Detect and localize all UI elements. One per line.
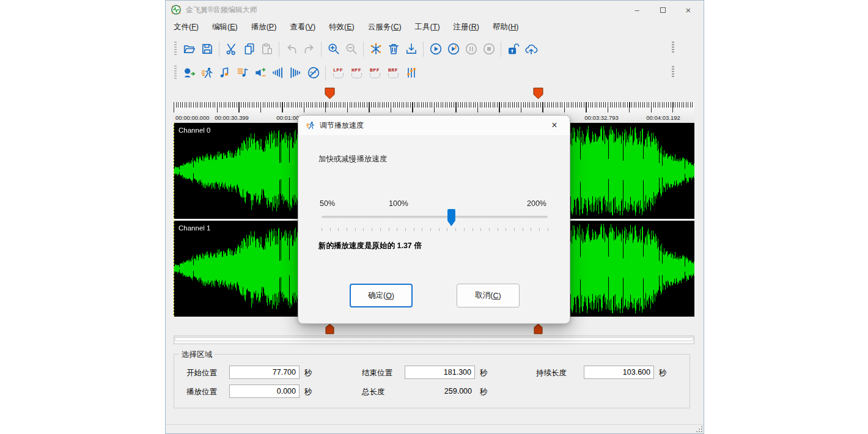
horizontal-scrollbar[interactable] [174, 336, 694, 344]
toolbar-separator [363, 42, 364, 57]
bpf-icon[interactable]: BPF [366, 64, 384, 82]
playback-position-line [174, 123, 174, 317]
zoom-in-icon[interactable] [325, 40, 342, 58]
ok-button[interactable]: 确定(O) [350, 284, 413, 307]
dialog-close-button[interactable]: × [544, 117, 565, 133]
menu-item-6[interactable]: 工具(T) [408, 19, 447, 35]
hpf-icon[interactable]: HPF [347, 64, 366, 82]
zoom-out-icon[interactable] [342, 40, 360, 58]
pause-icon[interactable] [462, 40, 480, 58]
speed-icon[interactable] [198, 64, 216, 82]
field-label: 开始位置 [186, 368, 217, 378]
unlock-icon[interactable] [504, 40, 522, 58]
ruler-time-label: 00:04:03.192 [646, 114, 680, 121]
title-bar: 金飞翼®音频编辑大师 – × [166, 1, 704, 19]
field-input[interactable]: 103.600 [584, 366, 654, 379]
selection-start-marker-top[interactable] [325, 87, 335, 102]
field-input[interactable]: 77.700 [229, 366, 300, 379]
toolbar-main [166, 37, 704, 61]
ruler-major-ticks [174, 102, 694, 112]
field-value: 259.000 [405, 384, 475, 398]
selection-panel-title: 选择区域 [179, 350, 215, 360]
brf-icon[interactable]: BRF [384, 64, 402, 82]
tempo-icon[interactable] [234, 64, 251, 82]
save-icon[interactable] [198, 40, 216, 58]
status-bar [166, 424, 704, 433]
cut-icon[interactable] [223, 40, 240, 58]
ruler-time-label: 00:00:00.000 [175, 114, 209, 121]
maximize-button[interactable] [652, 2, 673, 17]
toolbar-separator [279, 42, 279, 57]
menu-bar: 文件(F)编辑(E)播放(P)查看(V)特效(E)云服务(C)工具(T)注册(R… [166, 19, 704, 35]
delete-icon[interactable] [384, 40, 402, 58]
volume-icon[interactable] [251, 64, 269, 82]
toolbar-separator [501, 42, 501, 57]
paste-icon[interactable] [258, 40, 276, 58]
ruler-time-label: 00:03:32.793 [584, 114, 618, 121]
maximize-icon [660, 7, 666, 13]
toolbar-separator [325, 65, 326, 81]
window-title: 金飞翼®音频编辑大师 [186, 5, 627, 15]
selection-end-marker-bottom[interactable] [534, 323, 543, 337]
speed-result-text: 新的播放速度是原始的 1.37 倍 [318, 241, 422, 251]
insert-icon[interactable] [402, 40, 420, 58]
field-input[interactable]: 0.000 [229, 384, 300, 398]
mixdown-icon[interactable] [367, 40, 384, 58]
menu-item-5[interactable]: 云服务(C) [361, 19, 408, 35]
cloud-upload-icon[interactable] [522, 40, 540, 58]
copy-icon[interactable] [240, 40, 258, 58]
stop-icon[interactable] [480, 40, 498, 58]
cancel-button[interactable]: 取消(C) [457, 284, 520, 307]
redo-icon[interactable] [300, 40, 318, 58]
fade-in-icon[interactable] [269, 64, 287, 82]
menu-item-0[interactable]: 文件(F) [167, 19, 205, 35]
menu-item-3[interactable]: 查看(V) [283, 19, 322, 35]
toolbar-effects: LPFHPFBPFBRF [166, 61, 704, 84]
slider-min-label: 50% [320, 199, 335, 208]
slider-max-label: 200% [527, 199, 546, 208]
channel-0-label: Channel 0 [178, 127, 210, 134]
selection-start-marker-bottom[interactable] [325, 323, 334, 337]
toolbar-grip[interactable] [174, 65, 177, 80]
selection-markers-top [166, 84, 704, 100]
menu-item-2[interactable]: 播放(P) [245, 19, 284, 35]
play-selection-icon[interactable] [444, 40, 462, 58]
selection-panel: 选择区域 开始位置77.700秒结束位置181.300秒持续长度103.600秒… [174, 354, 690, 408]
menu-item-4[interactable]: 特效(E) [322, 19, 361, 35]
pitch-icon[interactable] [216, 64, 234, 82]
toolbar-overflow-grip [672, 66, 674, 77]
voice-icon[interactable] [180, 64, 198, 82]
toolbar-separator [219, 42, 219, 57]
lpf-icon[interactable]: LPF [329, 64, 347, 82]
field-unit: 秒 [304, 368, 312, 378]
field-label: 结束位置 [362, 368, 392, 378]
ok-button-label: 确定( [368, 290, 386, 301]
field-unit: 秒 [659, 368, 667, 378]
open-icon[interactable] [180, 40, 198, 58]
speed-dialog: 调节播放速度 × 加快或减慢播放速度 50% 100% 200% 新的播放速度是… [298, 115, 570, 324]
channel-1-label: Channel 1 [178, 224, 210, 232]
scrollbar-thumb[interactable] [175, 337, 693, 341]
speed-slider-thumb[interactable] [447, 209, 455, 226]
minimize-button[interactable]: – [627, 2, 647, 17]
ruler-time-label: 00:00:30.399 [215, 114, 248, 121]
toolbar-grip[interactable] [174, 42, 177, 56]
slider-mid-label: 100% [389, 199, 408, 208]
slider-tick-marks [322, 228, 548, 231]
field-input[interactable]: 181.300 [405, 366, 475, 379]
denoise-icon[interactable] [304, 64, 322, 82]
resize-grip-icon[interactable] [696, 425, 702, 432]
play-icon[interactable] [427, 40, 444, 58]
undo-icon[interactable] [282, 40, 300, 58]
menu-item-1[interactable]: 编辑(E) [205, 19, 245, 35]
dialog-description: 加快或减慢播放速度 [318, 154, 388, 164]
equalizer-icon[interactable] [402, 64, 420, 82]
speed-slider-track[interactable] [322, 216, 548, 218]
cancel-button-label: 取消( [475, 290, 493, 301]
field-unit: 秒 [304, 387, 312, 397]
close-button[interactable]: × [678, 2, 699, 17]
menu-item-7[interactable]: 注册(R) [447, 19, 486, 35]
menu-item-8[interactable]: 帮助(H) [486, 19, 525, 35]
fade-out-icon[interactable] [287, 64, 304, 82]
selection-end-marker-top[interactable] [533, 87, 543, 102]
